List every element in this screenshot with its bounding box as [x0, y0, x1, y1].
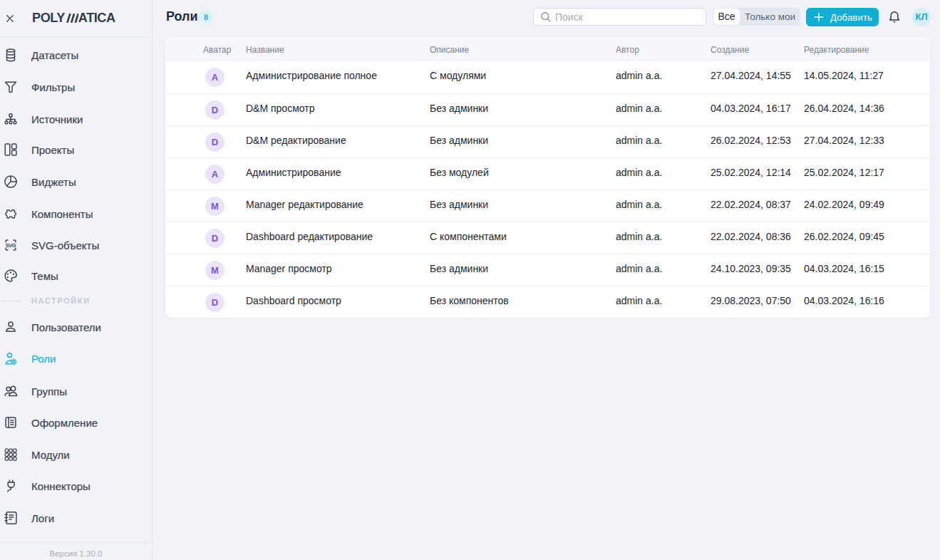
svg-text:SVG: SVG: [6, 242, 16, 248]
